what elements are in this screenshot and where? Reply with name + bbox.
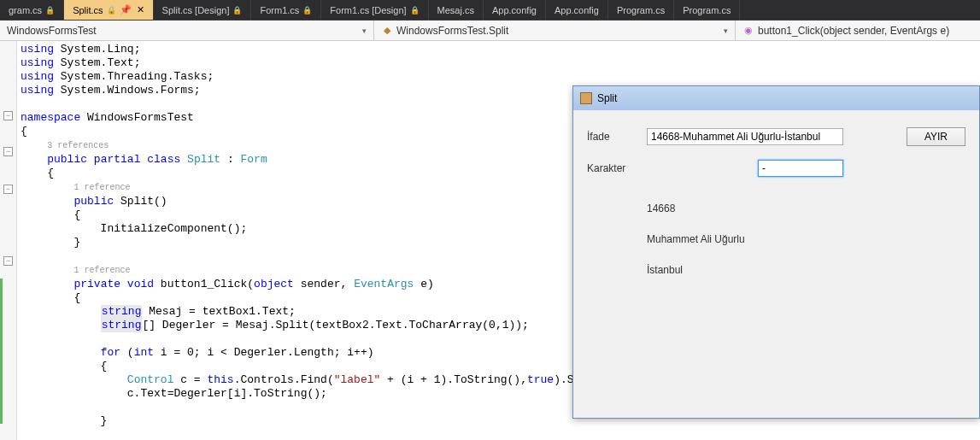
tab-program-2[interactable]: Program.cs (674, 0, 740, 20)
app-icon (580, 92, 592, 104)
editor-gutter: − − − − (0, 41, 17, 440)
tab-form1-design[interactable]: Form1.cs [Design]🔒 (321, 0, 428, 20)
codelens[interactable]: 3 references (47, 141, 109, 150)
method-icon: ◉ (742, 25, 754, 37)
change-indicator (0, 279, 3, 424)
winform-split: Split İfade AYIR Karakter 14668 Muhammet… (572, 85, 980, 419)
winform-body: İfade AYIR Karakter 14668 Muhammet Ali U… (573, 110, 979, 312)
label-ifade: İfade (587, 131, 638, 143)
results: 14668 Muhammet Ali Uğurlu İstanbul (647, 202, 965, 276)
chevron-down-icon: ▾ (362, 26, 367, 35)
result-label-3: İstanbul (647, 264, 965, 276)
tab-appconfig-2[interactable]: App.config (546, 0, 608, 20)
nav-method[interactable]: ◉button1_Click(object sender, EventArgs … (736, 21, 980, 40)
fold-toggle[interactable]: − (3, 147, 13, 156)
lock-icon: 🔒 (410, 6, 420, 15)
result-label-1: 14668 (647, 202, 965, 214)
winform-titlebar[interactable]: Split (573, 86, 979, 110)
tab-split-cs[interactable]: Split.cs🔒📌✕ (64, 0, 153, 20)
winform-title-text: Split (597, 92, 617, 104)
tab-program-1[interactable]: Program.cs (608, 0, 674, 20)
tab-bar: gram.cs🔒 Split.cs🔒📌✕ Split.cs [Design]🔒 … (0, 0, 980, 21)
lock-icon: 🔒 (107, 6, 116, 15)
close-icon[interactable]: ✕ (137, 4, 144, 15)
label-karakter: Karakter (587, 162, 638, 174)
lock-icon: 🔒 (45, 6, 55, 15)
input-ifade[interactable] (647, 128, 843, 145)
chevron-down-icon: ▾ (724, 26, 728, 35)
fold-toggle[interactable]: − (3, 185, 13, 194)
tab-split-design[interactable]: Split.cs [Design]🔒 (154, 0, 252, 20)
nav-namespace[interactable]: WindowsFormsTest▾ (0, 21, 374, 40)
codelens[interactable]: 1 reference (73, 183, 130, 192)
tab-mesaj-cs[interactable]: Mesaj.cs (429, 0, 484, 20)
navigation-bar: WindowsFormsTest▾ ◆WindowsFormsTest.Spli… (0, 21, 980, 41)
lock-icon: 🔒 (302, 6, 312, 15)
lock-icon: 🔒 (232, 6, 242, 15)
result-label-2: Muhammet Ali Uğurlu (647, 233, 965, 245)
pin-icon[interactable]: 📌 (120, 4, 132, 15)
input-karakter[interactable] (758, 160, 843, 177)
fold-toggle[interactable]: − (3, 256, 13, 266)
button-ayir[interactable]: AYIR (907, 127, 965, 146)
fold-toggle[interactable]: − (3, 111, 13, 120)
tab-form1-cs[interactable]: Form1.cs🔒 (251, 0, 321, 20)
tab-gram-cs[interactable]: gram.cs🔒 (0, 0, 64, 20)
tab-appconfig-1[interactable]: App.config (484, 0, 546, 20)
nav-class[interactable]: ◆WindowsFormsTest.Split▾ (374, 21, 736, 40)
class-icon: ◆ (381, 25, 393, 37)
codelens[interactable]: 1 reference (73, 266, 130, 275)
